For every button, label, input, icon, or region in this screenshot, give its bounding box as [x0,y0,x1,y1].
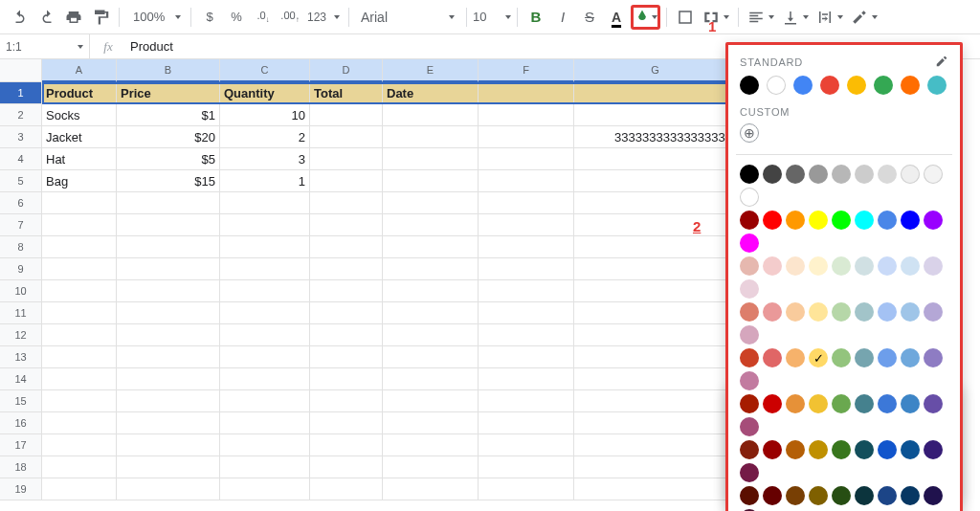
cell[interactable] [310,434,383,456]
cell[interactable] [117,456,220,478]
cell[interactable] [383,478,479,500]
cell[interactable] [220,236,310,258]
color-swatch[interactable] [878,394,897,413]
color-swatch[interactable] [901,440,920,459]
cell[interactable] [117,478,220,500]
cell[interactable] [383,368,479,390]
row-header[interactable]: 17 [0,434,42,456]
color-swatch[interactable] [740,256,759,276]
color-swatch[interactable] [901,302,920,322]
color-swatch[interactable] [809,348,828,367]
cell[interactable] [383,434,479,456]
color-swatch[interactable] [901,348,920,367]
cell[interactable] [383,126,479,148]
cell[interactable] [479,258,574,280]
color-swatch[interactable] [809,211,828,230]
cell[interactable] [117,302,220,324]
cell[interactable] [42,390,117,412]
row-header[interactable]: 19 [0,478,42,500]
color-swatch[interactable] [878,440,897,459]
redo-button[interactable] [34,5,59,30]
cell[interactable] [479,236,574,258]
row-header[interactable]: 13 [0,346,42,368]
cell[interactable] [383,390,479,412]
cell[interactable] [310,126,383,148]
cell[interactable] [383,104,479,126]
column-header-G[interactable]: G [574,59,737,82]
cell[interactable] [479,302,574,324]
cell[interactable] [220,478,310,500]
cell[interactable] [479,192,574,214]
cell[interactable]: Quantity [220,82,310,104]
cell[interactable] [574,82,737,104]
color-swatch[interactable] [740,279,759,299]
color-swatch[interactable] [809,486,828,500]
cell[interactable] [117,214,220,236]
cell[interactable]: $1 [117,104,220,126]
color-swatch[interactable] [786,348,805,367]
cell[interactable] [479,456,574,478]
color-swatch[interactable] [855,211,874,230]
format-percent-button[interactable]: % [224,5,249,30]
cell[interactable] [574,148,737,170]
cell[interactable] [479,368,574,390]
cell[interactable] [310,412,383,434]
color-swatch[interactable] [878,165,897,184]
color-swatch[interactable] [740,394,759,413]
cell[interactable] [42,368,117,390]
cell[interactable] [383,170,479,192]
cell[interactable] [310,170,383,192]
fill-color-button[interactable] [631,5,660,30]
cell[interactable] [383,280,479,302]
cell[interactable] [310,148,383,170]
cell[interactable] [220,324,310,346]
color-swatch[interactable] [878,256,897,276]
color-swatch[interactable] [901,76,920,95]
cell[interactable] [220,258,310,280]
color-swatch[interactable] [740,76,759,95]
cell[interactable] [574,368,737,390]
color-swatch[interactable] [786,394,805,413]
cell[interactable]: 33333333333333333 [574,126,737,148]
color-swatch[interactable] [809,440,828,459]
cell[interactable] [117,434,220,456]
cell[interactable] [383,412,479,434]
color-swatch[interactable] [763,256,782,276]
color-swatch[interactable] [847,76,866,95]
format-currency-button[interactable]: $ [197,5,222,30]
cell[interactable] [310,214,383,236]
row-header[interactable]: 2 [0,104,42,126]
row-header[interactable]: 16 [0,412,42,434]
color-swatch[interactable] [786,256,805,276]
cell[interactable] [42,324,117,346]
cell[interactable] [383,236,479,258]
color-swatch[interactable] [809,394,828,413]
cell[interactable] [220,456,310,478]
font-family-dropdown[interactable]: Arial [355,5,460,30]
cell[interactable]: 2 [220,126,310,148]
add-custom-color-button[interactable]: ⊕ [740,123,759,143]
cell[interactable] [117,258,220,280]
color-swatch[interactable] [878,348,897,367]
row-header[interactable]: 15 [0,390,42,412]
cell[interactable] [42,434,117,456]
cell[interactable] [220,214,310,236]
cell[interactable] [42,302,117,324]
color-swatch[interactable] [832,211,851,230]
color-swatch[interactable] [832,440,851,459]
cell[interactable] [574,302,737,324]
cell[interactable] [42,214,117,236]
color-swatch[interactable] [855,302,874,322]
cell[interactable] [310,280,383,302]
row-header[interactable]: 5 [0,170,42,192]
color-swatch[interactable] [740,486,759,500]
vertical-align-dropdown[interactable] [779,5,812,30]
borders-button[interactable] [673,5,698,30]
color-swatch[interactable] [924,440,943,459]
column-header-B[interactable]: B [117,59,220,82]
cell[interactable] [479,324,574,346]
cell[interactable] [220,192,310,214]
font-size-dropdown[interactable]: 10 [473,5,511,30]
color-swatch[interactable] [924,256,943,276]
cell[interactable] [383,258,479,280]
